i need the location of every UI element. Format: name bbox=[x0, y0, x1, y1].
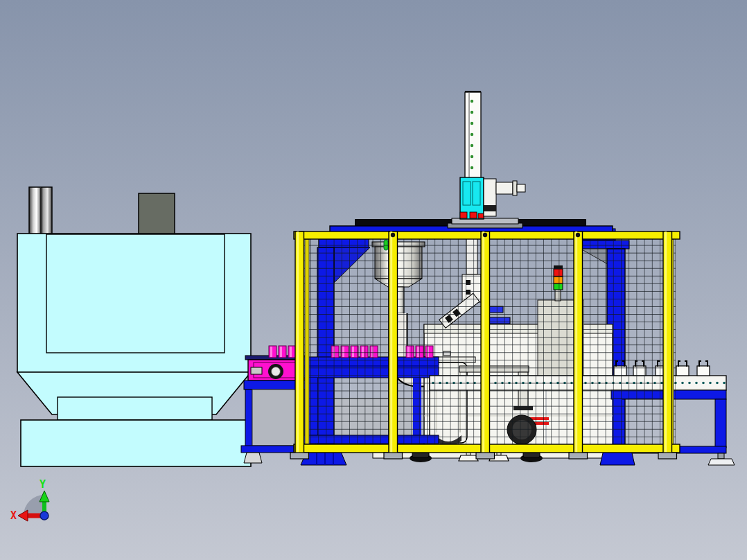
side-cylinder bbox=[496, 182, 513, 194]
drive-shaft bbox=[251, 367, 262, 374]
x-axis-label: X bbox=[10, 509, 17, 522]
y-axis-label: Y bbox=[39, 478, 46, 491]
rail-bolt bbox=[391, 233, 395, 237]
table-leg bbox=[245, 390, 252, 448]
hopper-base bbox=[21, 420, 251, 466]
table-foot bbox=[244, 453, 262, 463]
electrical-box bbox=[139, 193, 175, 234]
hopper-body bbox=[17, 234, 251, 372]
back-post bbox=[305, 239, 309, 444]
z-axis-origin-dot bbox=[40, 511, 49, 520]
rail-bolt bbox=[576, 233, 580, 237]
cad-scene[interactable]: X Y bbox=[0, 0, 747, 560]
hopper-throat bbox=[58, 397, 212, 420]
table-panel bbox=[252, 390, 298, 446]
conveyor-foot bbox=[708, 459, 735, 465]
gantry-column bbox=[465, 92, 481, 180]
rail-bolt bbox=[483, 233, 487, 237]
cad-viewport[interactable]: X Y bbox=[0, 0, 747, 560]
